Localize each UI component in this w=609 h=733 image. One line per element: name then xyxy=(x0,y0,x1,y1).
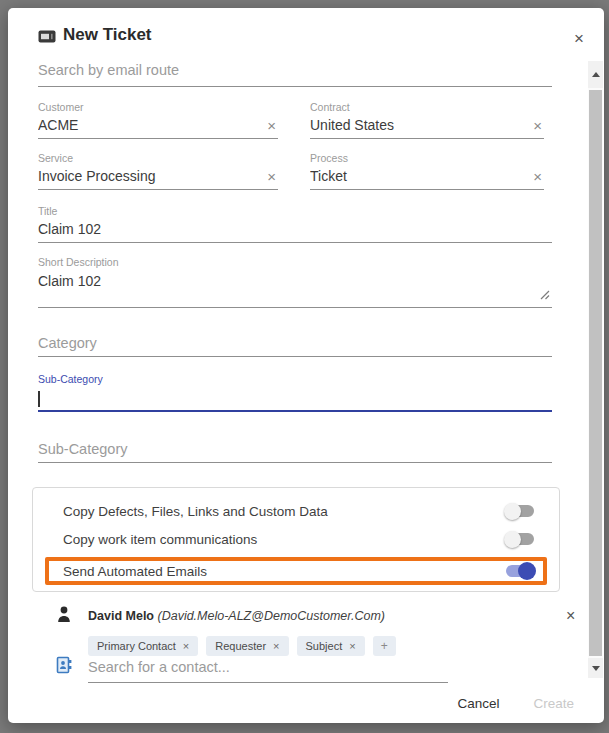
contact-search-field xyxy=(88,658,448,683)
person-icon xyxy=(55,605,73,628)
role-chip-primary-contact[interactable]: Primary Contact × xyxy=(88,636,198,656)
contract-label: Contract xyxy=(310,101,544,113)
scrollbar-thumb[interactable] xyxy=(589,90,602,656)
process-label: Process xyxy=(310,152,544,164)
customer-label: Customer xyxy=(38,101,278,113)
copy-options-box: Copy Defects, Files, Links and Custom Da… xyxy=(32,487,560,592)
contact-card-icon xyxy=(56,656,72,678)
contact-email: (David.Melo-ALZ@DemoCustomer.Com) xyxy=(157,609,385,623)
toggle-label: Send Automated Emails xyxy=(63,564,207,579)
scroll-down-button[interactable] xyxy=(588,658,603,678)
sub-category-field-2 xyxy=(38,441,552,463)
short-description-label: Short Description xyxy=(38,256,552,268)
chip-remove-icon[interactable]: × xyxy=(183,641,189,652)
contract-field: Contract × xyxy=(310,101,544,139)
process-field: Process × xyxy=(310,152,544,190)
email-route-input[interactable] xyxy=(38,62,552,78)
customer-clear-icon[interactable]: × xyxy=(265,118,278,133)
short-description-textarea[interactable]: Claim 102 xyxy=(38,272,552,308)
new-ticket-dialog: New Ticket × Customer × Contract × Servi… xyxy=(8,8,604,723)
text-caret xyxy=(38,391,40,407)
role-chip-requester[interactable]: Requester × xyxy=(206,636,288,656)
scroll-up-icon xyxy=(592,72,600,77)
toggle-row-copy-communications: Copy work item communications xyxy=(63,528,534,550)
title-input[interactable] xyxy=(38,221,552,237)
scrollbar xyxy=(588,61,603,678)
scroll-up-button[interactable] xyxy=(588,61,603,88)
contact-role-chips: Primary Contact × Requester × Subject × … xyxy=(88,636,396,656)
add-role-chip[interactable]: + xyxy=(373,636,396,656)
service-field: Service × xyxy=(38,152,278,190)
create-button[interactable]: Create xyxy=(533,696,574,711)
sub-category-label: Sub-Category xyxy=(38,373,552,385)
ticket-icon xyxy=(38,29,56,47)
sub-category-input[interactable] xyxy=(38,389,552,412)
chip-remove-icon[interactable]: × xyxy=(349,641,355,652)
toggle-label: Copy Defects, Files, Links and Custom Da… xyxy=(63,504,328,519)
short-description-field: Short Description Claim 102 xyxy=(38,256,552,308)
scroll-down-icon xyxy=(592,666,600,671)
category-field xyxy=(38,335,552,357)
toggle-row-send-emails: Send Automated Emails xyxy=(63,560,534,582)
chip-remove-icon[interactable]: × xyxy=(273,641,279,652)
copy-communications-toggle[interactable] xyxy=(506,533,534,545)
category-input[interactable] xyxy=(38,335,552,351)
contract-clear-icon[interactable]: × xyxy=(531,118,544,133)
service-label: Service xyxy=(38,152,278,164)
process-clear-icon[interactable]: × xyxy=(531,169,544,184)
remove-contact-icon[interactable]: × xyxy=(566,607,575,625)
toggle-label: Copy work item communications xyxy=(63,532,257,547)
role-chip-subject[interactable]: Subject × xyxy=(297,636,365,656)
email-route-search xyxy=(38,61,552,87)
close-icon[interactable]: × xyxy=(570,26,588,51)
resize-handle-icon[interactable] xyxy=(540,286,550,304)
copy-defects-toggle[interactable] xyxy=(506,505,534,517)
customer-input[interactable] xyxy=(38,117,265,133)
dialog-footer: Cancel Create xyxy=(8,696,604,711)
contract-input[interactable] xyxy=(310,117,531,133)
service-input[interactable] xyxy=(38,168,265,184)
sub-category-2-input[interactable] xyxy=(38,441,552,457)
process-input[interactable] xyxy=(310,168,531,184)
sub-category-field-focused: Sub-Category xyxy=(38,373,552,412)
dialog-title: New Ticket xyxy=(63,25,152,45)
contact-search-input[interactable] xyxy=(88,659,448,675)
toggle-row-copy-defects: Copy Defects, Files, Links and Custom Da… xyxy=(63,500,534,522)
cancel-button[interactable]: Cancel xyxy=(457,696,499,711)
title-field: Title xyxy=(38,205,552,243)
title-label: Title xyxy=(38,205,552,217)
customer-field: Customer × xyxy=(38,101,278,139)
service-clear-icon[interactable]: × xyxy=(265,169,278,184)
send-automated-emails-toggle[interactable] xyxy=(506,565,534,577)
contact-name: David Melo (David.Melo-ALZ@DemoCustomer.… xyxy=(88,609,385,623)
